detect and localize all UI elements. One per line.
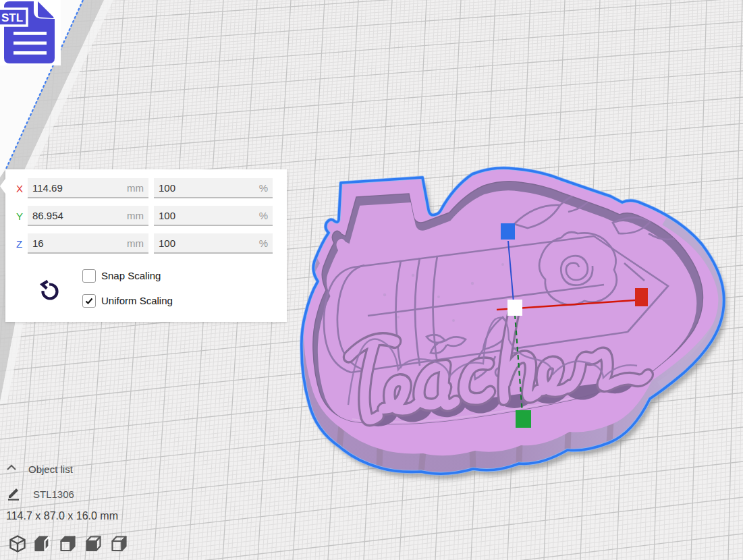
svg-text:STL: STL — [1, 11, 23, 24]
